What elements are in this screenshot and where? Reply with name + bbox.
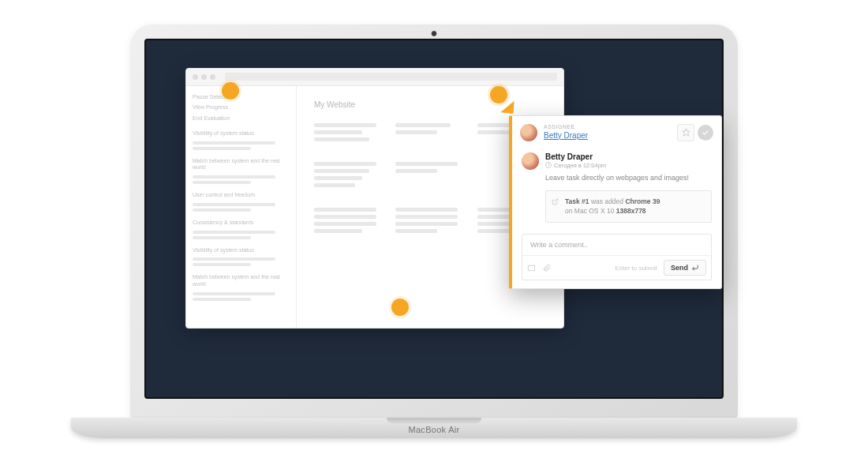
assignee-label: ASSIGNEE	[544, 124, 671, 130]
laptop-mockup: Pause Selection View Progress End Evalua…	[71, 24, 797, 438]
sidebar-heuristic[interactable]: Match between system and the real world	[193, 274, 290, 288]
placeholder-text: Write a comment..	[530, 241, 588, 249]
placeholder-bar	[193, 141, 275, 145]
task-panel: ASSIGNEE Betty Draper	[509, 115, 722, 290]
comment-input-footer: Enter to submit Send	[522, 255, 711, 280]
sidebar-heuristic[interactable]: User control and freedom	[193, 192, 290, 199]
annotation-marker[interactable]	[490, 86, 507, 103]
panel-header: ASSIGNEE Betty Draper	[512, 116, 721, 148]
check-icon	[702, 129, 709, 137]
laptop-base: MacBook Air	[71, 418, 797, 438]
comment-author: Betty Draper	[545, 152, 712, 161]
placeholder-bar	[193, 147, 251, 150]
camera-dot	[432, 31, 437, 36]
placeholder-bar	[193, 263, 251, 266]
comment-timestamp: Сегодня в 12:04pm	[545, 162, 712, 169]
meta-os-prefix: on	[565, 207, 572, 215]
screenshot-icon[interactable]	[527, 264, 536, 272]
sidebar-heuristic[interactable]: Match between system and the real world	[193, 158, 290, 172]
task-label: Task #1	[565, 197, 589, 205]
svg-rect-2	[528, 265, 534, 270]
assignee-link[interactable]: Betty Draper	[544, 131, 671, 141]
comment: Betty Draper Сегодня в 12:04pm Leave tas…	[522, 152, 712, 223]
timestamp-text: Сегодня в 12:04pm	[554, 162, 606, 169]
traffic-light-minimize[interactable]	[201, 74, 207, 80]
comment-input[interactable]: Write a comment..	[522, 235, 711, 255]
placeholder-bar	[193, 257, 275, 261]
meta-added: was added	[591, 197, 623, 205]
placeholder-bar	[193, 231, 275, 234]
external-link-icon	[552, 198, 559, 208]
placeholder-bar	[193, 208, 251, 212]
svg-line-1	[555, 199, 558, 202]
placeholder-bar	[193, 181, 251, 184]
panel-body: Betty Draper Сегодня в 12:04pm Leave tas…	[512, 148, 721, 289]
assignee-avatar[interactable]	[520, 124, 537, 141]
enter-icon	[691, 264, 699, 272]
send-label: Send	[671, 264, 688, 272]
task-meta-box: Task #1 was added Chrome 39 on Mac OS X …	[545, 190, 712, 223]
sidebar-link[interactable]: View Progress	[193, 104, 290, 111]
placeholder-bar	[193, 292, 275, 295]
sidebar-link[interactable]: Pause Selection	[193, 94, 290, 101]
submit-hint: Enter to submit	[615, 265, 657, 272]
placeholder-bar	[193, 298, 251, 301]
complete-button[interactable]	[698, 125, 713, 141]
placeholder-bar	[193, 175, 275, 178]
annotation-marker[interactable]	[222, 82, 239, 100]
sidebar-heuristic[interactable]: Visibility of system status	[193, 247, 290, 254]
comment-input-box: Write a comment.. Enter to submit	[522, 234, 712, 280]
annotation-marker[interactable]	[391, 299, 409, 316]
comment-message: Leave task directly on webpages and imag…	[545, 173, 712, 182]
star-button[interactable]	[677, 124, 694, 141]
send-button[interactable]: Send	[664, 260, 706, 276]
meta-resolution: 1388x778	[616, 207, 646, 215]
sidebar-link[interactable]: End Evaluation	[193, 115, 290, 122]
star-icon	[682, 128, 690, 137]
traffic-light-close[interactable]	[193, 74, 198, 80]
sidebar-heuristic[interactable]: Visibility of system status	[193, 130, 290, 137]
browser-chrome-bar	[186, 69, 563, 86]
meta-os: Mac OS X 10	[574, 207, 615, 215]
meta-browser: Chrome 39	[625, 197, 660, 205]
laptop-brand: MacBook Air	[71, 418, 797, 434]
clock-icon	[545, 162, 552, 168]
attachment-icon[interactable]	[542, 264, 551, 272]
browser-body: Pause Selection View Progress End Evalua…	[186, 86, 563, 328]
heuristics-sidebar: Pause Selection View Progress End Evalua…	[186, 86, 297, 328]
screen: Pause Selection View Progress End Evalua…	[144, 39, 724, 399]
placeholder-bar	[193, 203, 275, 206]
sidebar-heuristic[interactable]: Consistency & standards	[193, 220, 290, 227]
comment-avatar[interactable]	[522, 152, 539, 170]
laptop-lid: Pause Selection View Progress End Evalua…	[130, 24, 738, 419]
placeholder-bar	[193, 236, 251, 239]
traffic-light-zoom[interactable]	[210, 74, 215, 80]
address-bar[interactable]	[225, 73, 557, 81]
svg-marker-0	[682, 129, 689, 136]
